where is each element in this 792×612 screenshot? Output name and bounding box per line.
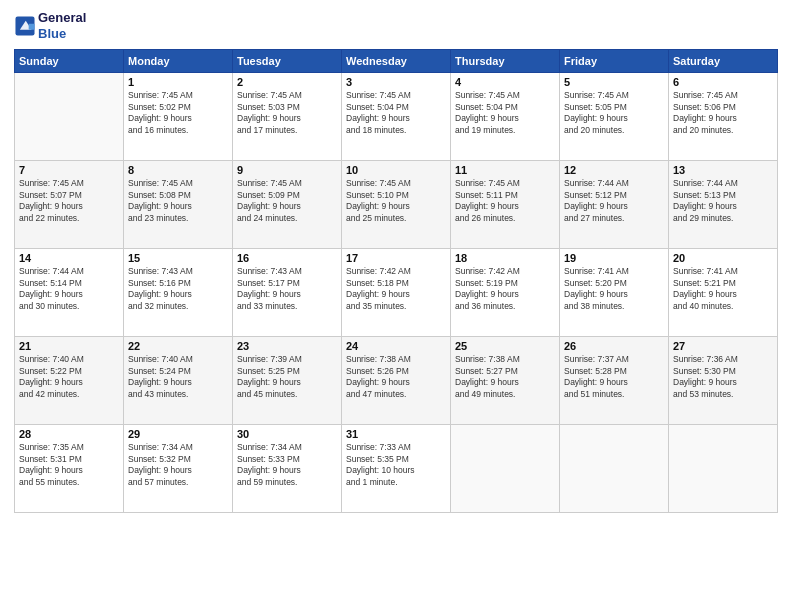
day-info: Sunrise: 7:45 AM Sunset: 5:04 PM Dayligh… (346, 90, 446, 136)
calendar-cell: 25Sunrise: 7:38 AM Sunset: 5:27 PM Dayli… (451, 337, 560, 425)
calendar-cell: 10Sunrise: 7:45 AM Sunset: 5:10 PM Dayli… (342, 161, 451, 249)
calendar-cell: 24Sunrise: 7:38 AM Sunset: 5:26 PM Dayli… (342, 337, 451, 425)
calendar-week-row: 7Sunrise: 7:45 AM Sunset: 5:07 PM Daylig… (15, 161, 778, 249)
day-number: 24 (346, 340, 446, 352)
day-number: 26 (564, 340, 664, 352)
day-number: 12 (564, 164, 664, 176)
calendar-cell: 6Sunrise: 7:45 AM Sunset: 5:06 PM Daylig… (669, 73, 778, 161)
day-number: 6 (673, 76, 773, 88)
calendar-cell: 26Sunrise: 7:37 AM Sunset: 5:28 PM Dayli… (560, 337, 669, 425)
svg-rect-2 (29, 23, 35, 29)
calendar-cell: 1Sunrise: 7:45 AM Sunset: 5:02 PM Daylig… (124, 73, 233, 161)
day-number: 14 (19, 252, 119, 264)
day-number: 4 (455, 76, 555, 88)
day-number: 17 (346, 252, 446, 264)
weekday-header-saturday: Saturday (669, 50, 778, 73)
day-info: Sunrise: 7:38 AM Sunset: 5:27 PM Dayligh… (455, 354, 555, 400)
day-number: 16 (237, 252, 337, 264)
day-info: Sunrise: 7:45 AM Sunset: 5:07 PM Dayligh… (19, 178, 119, 224)
day-number: 29 (128, 428, 228, 440)
calendar-cell: 12Sunrise: 7:44 AM Sunset: 5:12 PM Dayli… (560, 161, 669, 249)
day-info: Sunrise: 7:42 AM Sunset: 5:19 PM Dayligh… (455, 266, 555, 312)
day-info: Sunrise: 7:44 AM Sunset: 5:14 PM Dayligh… (19, 266, 119, 312)
page-container: General Blue SundayMondayTuesdayWednesda… (0, 0, 792, 612)
calendar-table: SundayMondayTuesdayWednesdayThursdayFrid… (14, 49, 778, 513)
calendar-cell: 28Sunrise: 7:35 AM Sunset: 5:31 PM Dayli… (15, 425, 124, 513)
logo: General Blue (14, 10, 86, 41)
day-info: Sunrise: 7:43 AM Sunset: 5:17 PM Dayligh… (237, 266, 337, 312)
day-number: 15 (128, 252, 228, 264)
day-info: Sunrise: 7:44 AM Sunset: 5:12 PM Dayligh… (564, 178, 664, 224)
calendar-cell: 19Sunrise: 7:41 AM Sunset: 5:20 PM Dayli… (560, 249, 669, 337)
day-number: 11 (455, 164, 555, 176)
weekday-header-tuesday: Tuesday (233, 50, 342, 73)
calendar-cell: 9Sunrise: 7:45 AM Sunset: 5:09 PM Daylig… (233, 161, 342, 249)
day-info: Sunrise: 7:45 AM Sunset: 5:04 PM Dayligh… (455, 90, 555, 136)
calendar-cell: 17Sunrise: 7:42 AM Sunset: 5:18 PM Dayli… (342, 249, 451, 337)
weekday-header-sunday: Sunday (15, 50, 124, 73)
day-info: Sunrise: 7:35 AM Sunset: 5:31 PM Dayligh… (19, 442, 119, 488)
calendar-cell (15, 73, 124, 161)
day-info: Sunrise: 7:41 AM Sunset: 5:21 PM Dayligh… (673, 266, 773, 312)
day-info: Sunrise: 7:40 AM Sunset: 5:22 PM Dayligh… (19, 354, 119, 400)
day-info: Sunrise: 7:45 AM Sunset: 5:11 PM Dayligh… (455, 178, 555, 224)
calendar-cell: 5Sunrise: 7:45 AM Sunset: 5:05 PM Daylig… (560, 73, 669, 161)
day-info: Sunrise: 7:45 AM Sunset: 5:06 PM Dayligh… (673, 90, 773, 136)
calendar-week-row: 21Sunrise: 7:40 AM Sunset: 5:22 PM Dayli… (15, 337, 778, 425)
day-number: 31 (346, 428, 446, 440)
day-number: 21 (19, 340, 119, 352)
page-header: General Blue (14, 10, 778, 41)
calendar-cell: 8Sunrise: 7:45 AM Sunset: 5:08 PM Daylig… (124, 161, 233, 249)
day-number: 3 (346, 76, 446, 88)
weekday-header-wednesday: Wednesday (342, 50, 451, 73)
day-number: 9 (237, 164, 337, 176)
day-number: 13 (673, 164, 773, 176)
day-number: 8 (128, 164, 228, 176)
day-number: 20 (673, 252, 773, 264)
calendar-cell: 23Sunrise: 7:39 AM Sunset: 5:25 PM Dayli… (233, 337, 342, 425)
calendar-week-row: 1Sunrise: 7:45 AM Sunset: 5:02 PM Daylig… (15, 73, 778, 161)
calendar-cell: 20Sunrise: 7:41 AM Sunset: 5:21 PM Dayli… (669, 249, 778, 337)
day-info: Sunrise: 7:45 AM Sunset: 5:02 PM Dayligh… (128, 90, 228, 136)
day-number: 7 (19, 164, 119, 176)
day-info: Sunrise: 7:45 AM Sunset: 5:08 PM Dayligh… (128, 178, 228, 224)
calendar-cell (669, 425, 778, 513)
day-info: Sunrise: 7:34 AM Sunset: 5:33 PM Dayligh… (237, 442, 337, 488)
day-info: Sunrise: 7:36 AM Sunset: 5:30 PM Dayligh… (673, 354, 773, 400)
calendar-cell: 21Sunrise: 7:40 AM Sunset: 5:22 PM Dayli… (15, 337, 124, 425)
calendar-cell: 30Sunrise: 7:34 AM Sunset: 5:33 PM Dayli… (233, 425, 342, 513)
day-info: Sunrise: 7:33 AM Sunset: 5:35 PM Dayligh… (346, 442, 446, 488)
day-number: 18 (455, 252, 555, 264)
calendar-week-row: 28Sunrise: 7:35 AM Sunset: 5:31 PM Dayli… (15, 425, 778, 513)
logo-text: General Blue (38, 10, 86, 41)
day-info: Sunrise: 7:37 AM Sunset: 5:28 PM Dayligh… (564, 354, 664, 400)
day-info: Sunrise: 7:34 AM Sunset: 5:32 PM Dayligh… (128, 442, 228, 488)
calendar-cell: 4Sunrise: 7:45 AM Sunset: 5:04 PM Daylig… (451, 73, 560, 161)
calendar-cell: 2Sunrise: 7:45 AM Sunset: 5:03 PM Daylig… (233, 73, 342, 161)
calendar-cell: 3Sunrise: 7:45 AM Sunset: 5:04 PM Daylig… (342, 73, 451, 161)
day-number: 5 (564, 76, 664, 88)
day-info: Sunrise: 7:43 AM Sunset: 5:16 PM Dayligh… (128, 266, 228, 312)
weekday-header-monday: Monday (124, 50, 233, 73)
day-number: 27 (673, 340, 773, 352)
logo-icon (14, 15, 36, 37)
calendar-cell (451, 425, 560, 513)
day-number: 22 (128, 340, 228, 352)
weekday-header-friday: Friday (560, 50, 669, 73)
calendar-cell: 29Sunrise: 7:34 AM Sunset: 5:32 PM Dayli… (124, 425, 233, 513)
calendar-cell: 15Sunrise: 7:43 AM Sunset: 5:16 PM Dayli… (124, 249, 233, 337)
day-info: Sunrise: 7:44 AM Sunset: 5:13 PM Dayligh… (673, 178, 773, 224)
calendar-header-row: SundayMondayTuesdayWednesdayThursdayFrid… (15, 50, 778, 73)
day-number: 1 (128, 76, 228, 88)
calendar-cell: 7Sunrise: 7:45 AM Sunset: 5:07 PM Daylig… (15, 161, 124, 249)
day-number: 10 (346, 164, 446, 176)
day-number: 25 (455, 340, 555, 352)
calendar-cell: 27Sunrise: 7:36 AM Sunset: 5:30 PM Dayli… (669, 337, 778, 425)
day-info: Sunrise: 7:38 AM Sunset: 5:26 PM Dayligh… (346, 354, 446, 400)
day-info: Sunrise: 7:41 AM Sunset: 5:20 PM Dayligh… (564, 266, 664, 312)
day-number: 28 (19, 428, 119, 440)
calendar-cell: 16Sunrise: 7:43 AM Sunset: 5:17 PM Dayli… (233, 249, 342, 337)
calendar-cell: 11Sunrise: 7:45 AM Sunset: 5:11 PM Dayli… (451, 161, 560, 249)
day-info: Sunrise: 7:42 AM Sunset: 5:18 PM Dayligh… (346, 266, 446, 312)
day-info: Sunrise: 7:45 AM Sunset: 5:05 PM Dayligh… (564, 90, 664, 136)
